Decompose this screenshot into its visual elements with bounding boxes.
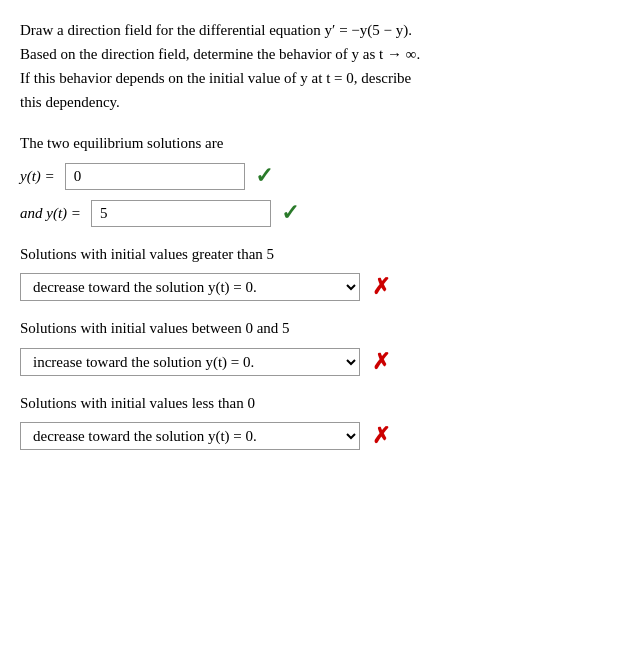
problem-line1: Draw a direction field for the different…	[20, 22, 412, 38]
problem-line3: If this behavior depends on the initial …	[20, 70, 411, 86]
problem-line4: this dependency.	[20, 94, 120, 110]
section2-answer-row: decrease toward the solution y(t) = 0. i…	[20, 348, 623, 376]
section2: Solutions with initial values between 0 …	[20, 317, 623, 376]
eq1-row: y(t) = ✓	[20, 163, 623, 190]
equilibrium-section: The two equilibrium solutions are y(t) =…	[20, 132, 623, 227]
eq2-label: and y(t) =	[20, 205, 81, 222]
eq2-check-icon: ✓	[281, 200, 299, 226]
section3-answer-row: decrease toward the solution y(t) = 0. i…	[20, 422, 623, 450]
section2-cross-icon: ✗	[372, 349, 390, 375]
problem-line2: Based on the direction field, determine …	[20, 46, 420, 62]
equilibrium-intro: The two equilibrium solutions are	[20, 132, 623, 155]
section3: Solutions with initial values less than …	[20, 392, 623, 451]
eq1-input[interactable]	[65, 163, 245, 190]
section3-select[interactable]: decrease toward the solution y(t) = 0. i…	[20, 422, 360, 450]
section2-label: Solutions with initial values between 0 …	[20, 317, 623, 340]
eq2-input[interactable]	[91, 200, 271, 227]
section2-select[interactable]: decrease toward the solution y(t) = 0. i…	[20, 348, 360, 376]
eq2-row: and y(t) = ✓	[20, 200, 623, 227]
problem-text: Draw a direction field for the different…	[20, 18, 623, 114]
section1-cross-icon: ✗	[372, 274, 390, 300]
section1-select[interactable]: decrease toward the solution y(t) = 0. i…	[20, 273, 360, 301]
section3-label: Solutions with initial values less than …	[20, 392, 623, 415]
section1: Solutions with initial values greater th…	[20, 243, 623, 302]
eq1-label: y(t) =	[20, 168, 55, 185]
section1-answer-row: decrease toward the solution y(t) = 0. i…	[20, 273, 623, 301]
eq1-check-icon: ✓	[255, 163, 273, 189]
section1-label: Solutions with initial values greater th…	[20, 243, 623, 266]
section3-cross-icon: ✗	[372, 423, 390, 449]
